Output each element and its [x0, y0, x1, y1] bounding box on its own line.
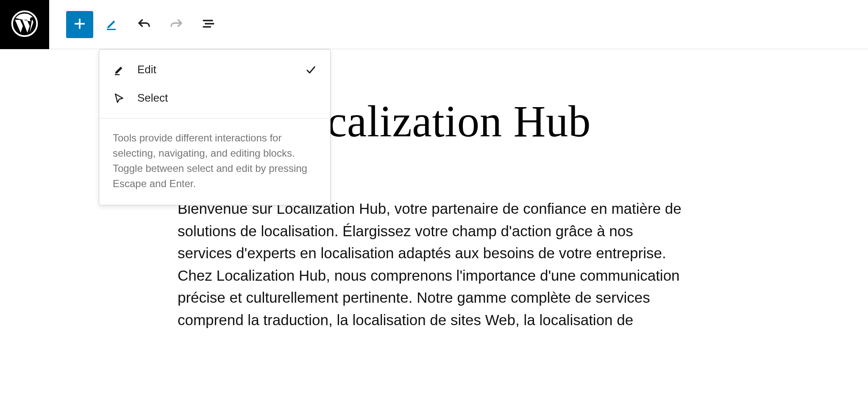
wordpress-logo-button[interactable] — [0, 0, 49, 49]
tools-dropdown: Edit Select Tools provide different inte… — [99, 49, 331, 205]
document-outline-button[interactable] — [195, 11, 222, 38]
editor-toolbar — [49, 11, 222, 38]
pencil-icon — [104, 16, 120, 33]
plus-icon — [72, 16, 87, 33]
tools-help-text: Tools provide different interactions for… — [99, 119, 330, 205]
undo-icon — [136, 16, 152, 33]
undo-button[interactable] — [131, 11, 158, 38]
redo-icon — [169, 16, 184, 33]
menu-item-label: Select — [137, 91, 317, 105]
page-body-paragraph[interactable]: Bienvenue sur Localization Hub, votre pa… — [178, 198, 690, 331]
pencil-icon — [113, 64, 125, 76]
editor-top-bar — [0, 0, 868, 49]
menu-item-label: Edit — [137, 63, 305, 76]
tools-menu-select[interactable]: Select — [99, 84, 330, 118]
redo-button[interactable] — [163, 11, 190, 38]
check-icon — [305, 64, 317, 76]
cursor-icon — [113, 92, 125, 105]
tools-button[interactable] — [98, 11, 125, 38]
outline-icon — [201, 16, 216, 33]
add-block-button[interactable] — [66, 11, 93, 38]
wordpress-icon — [11, 10, 38, 39]
tools-menu-edit[interactable]: Edit — [99, 50, 330, 84]
